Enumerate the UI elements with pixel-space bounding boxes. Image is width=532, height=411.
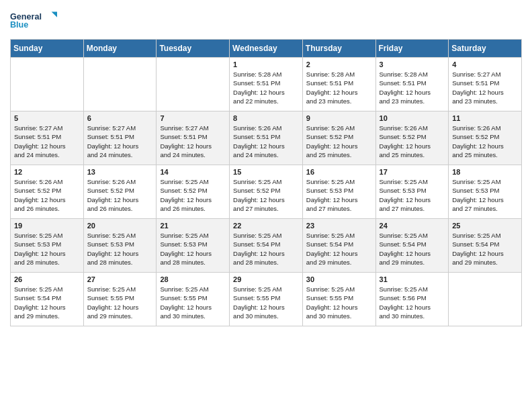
day-number: 24 <box>380 222 445 230</box>
day-number: 11 <box>452 114 518 122</box>
calendar-cell: 4Sunrise: 5:27 AMSunset: 5:51 PMDaylight… <box>449 58 522 111</box>
calendar-cell: 18Sunrise: 5:25 AMSunset: 5:53 PMDayligh… <box>449 165 522 219</box>
day-info: Sunrise: 5:25 AMSunset: 5:56 PMDaylight:… <box>380 285 431 320</box>
day-number: 17 <box>380 168 445 176</box>
day-number: 13 <box>87 168 153 176</box>
day-info: Sunrise: 5:26 AMSunset: 5:52 PMDaylight:… <box>14 178 66 212</box>
calendar-cell: 8Sunrise: 5:26 AMSunset: 5:51 PMDaylight… <box>230 111 303 165</box>
day-number: 9 <box>306 114 372 122</box>
day-info: Sunrise: 5:25 AMSunset: 5:55 PMDaylight:… <box>87 285 139 320</box>
calendar-cell: 23Sunrise: 5:25 AMSunset: 5:54 PMDayligh… <box>302 219 375 273</box>
calendar-table: SundayMondayTuesdayWednesdayThursdayFrid… <box>10 39 522 326</box>
calendar-cell: 11Sunrise: 5:26 AMSunset: 5:52 PMDayligh… <box>449 111 522 165</box>
day-number: 22 <box>233 222 299 230</box>
day-info: Sunrise: 5:27 AMSunset: 5:51 PMDaylight:… <box>14 124 66 158</box>
calendar-week-row: 26Sunrise: 5:25 AMSunset: 5:54 PMDayligh… <box>11 273 522 326</box>
day-info: Sunrise: 5:25 AMSunset: 5:55 PMDaylight:… <box>233 285 285 320</box>
day-number: 7 <box>160 114 226 122</box>
calendar-cell <box>449 273 522 326</box>
calendar-header-row: SundayMondayTuesdayWednesdayThursdayFrid… <box>11 40 522 58</box>
calendar-cell: 13Sunrise: 5:26 AMSunset: 5:52 PMDayligh… <box>83 165 157 219</box>
weekday-header: Sunday <box>11 40 84 58</box>
calendar-cell: 25Sunrise: 5:25 AMSunset: 5:54 PMDayligh… <box>449 219 522 273</box>
calendar-cell: 29Sunrise: 5:25 AMSunset: 5:55 PMDayligh… <box>230 273 303 326</box>
day-number: 8 <box>233 114 299 122</box>
day-info: Sunrise: 5:25 AMSunset: 5:55 PMDaylight:… <box>306 285 358 320</box>
calendar-cell: 30Sunrise: 5:25 AMSunset: 5:55 PMDayligh… <box>302 273 375 326</box>
day-info: Sunrise: 5:25 AMSunset: 5:53 PMDaylight:… <box>452 178 504 212</box>
day-info: Sunrise: 5:25 AMSunset: 5:54 PMDaylight:… <box>380 232 431 266</box>
calendar-cell: 21Sunrise: 5:25 AMSunset: 5:53 PMDayligh… <box>157 219 230 273</box>
logo: General Blue <box>10 7 57 34</box>
day-number: 5 <box>14 114 80 122</box>
calendar-cell: 31Sunrise: 5:25 AMSunset: 5:56 PMDayligh… <box>375 273 449 326</box>
calendar-cell: 12Sunrise: 5:26 AMSunset: 5:52 PMDayligh… <box>11 165 84 219</box>
day-number: 10 <box>380 114 445 122</box>
calendar-cell: 22Sunrise: 5:25 AMSunset: 5:54 PMDayligh… <box>230 219 303 273</box>
day-number: 3 <box>380 60 445 68</box>
calendar-week-row: 19Sunrise: 5:25 AMSunset: 5:53 PMDayligh… <box>11 219 522 273</box>
calendar-cell: 1Sunrise: 5:28 AMSunset: 5:51 PMDaylight… <box>230 58 303 111</box>
calendar-cell: 14Sunrise: 5:25 AMSunset: 5:52 PMDayligh… <box>157 165 230 219</box>
calendar-week-row: 12Sunrise: 5:26 AMSunset: 5:52 PMDayligh… <box>11 165 522 219</box>
day-info: Sunrise: 5:27 AMSunset: 5:51 PMDaylight:… <box>160 124 212 158</box>
weekday-header: Thursday <box>302 40 375 58</box>
weekday-header: Monday <box>83 40 157 58</box>
day-info: Sunrise: 5:26 AMSunset: 5:51 PMDaylight:… <box>233 124 285 158</box>
day-info: Sunrise: 5:28 AMSunset: 5:51 PMDaylight:… <box>306 71 358 105</box>
day-number: 18 <box>452 168 518 176</box>
day-number: 23 <box>306 222 372 230</box>
day-number: 26 <box>14 275 80 283</box>
day-number: 6 <box>87 114 153 122</box>
day-info: Sunrise: 5:25 AMSunset: 5:54 PMDaylight:… <box>233 232 285 266</box>
day-info: Sunrise: 5:25 AMSunset: 5:54 PMDaylight:… <box>452 232 504 266</box>
calendar-cell: 15Sunrise: 5:25 AMSunset: 5:52 PMDayligh… <box>230 165 303 219</box>
svg-text:General: General <box>10 12 42 21</box>
day-info: Sunrise: 5:26 AMSunset: 5:52 PMDaylight:… <box>87 178 139 212</box>
calendar-cell: 9Sunrise: 5:26 AMSunset: 5:52 PMDaylight… <box>302 111 375 165</box>
day-number: 4 <box>452 60 518 68</box>
calendar-body: 1Sunrise: 5:28 AMSunset: 5:51 PMDaylight… <box>11 58 522 326</box>
calendar-cell: 16Sunrise: 5:25 AMSunset: 5:53 PMDayligh… <box>302 165 375 219</box>
day-number: 12 <box>14 168 80 176</box>
calendar-week-row: 5Sunrise: 5:27 AMSunset: 5:51 PMDaylight… <box>11 111 522 165</box>
svg-marker-2 <box>52 11 57 17</box>
day-info: Sunrise: 5:25 AMSunset: 5:52 PMDaylight:… <box>160 178 212 212</box>
day-number: 1 <box>233 60 299 68</box>
calendar-cell: 17Sunrise: 5:25 AMSunset: 5:53 PMDayligh… <box>375 165 449 219</box>
day-number: 31 <box>380 275 445 283</box>
calendar-cell: 6Sunrise: 5:27 AMSunset: 5:51 PMDaylight… <box>83 111 157 165</box>
day-info: Sunrise: 5:27 AMSunset: 5:51 PMDaylight:… <box>452 71 504 105</box>
day-info: Sunrise: 5:26 AMSunset: 5:52 PMDaylight:… <box>306 124 358 158</box>
calendar-cell: 2Sunrise: 5:28 AMSunset: 5:51 PMDaylight… <box>302 58 375 111</box>
calendar-cell: 3Sunrise: 5:28 AMSunset: 5:51 PMDaylight… <box>375 58 449 111</box>
day-info: Sunrise: 5:25 AMSunset: 5:52 PMDaylight:… <box>233 178 285 212</box>
weekday-header: Wednesday <box>230 40 303 58</box>
calendar-cell: 24Sunrise: 5:25 AMSunset: 5:54 PMDayligh… <box>375 219 449 273</box>
weekday-header: Saturday <box>449 40 522 58</box>
day-number: 21 <box>160 222 226 230</box>
day-info: Sunrise: 5:25 AMSunset: 5:53 PMDaylight:… <box>380 178 431 212</box>
day-info: Sunrise: 5:25 AMSunset: 5:54 PMDaylight:… <box>306 232 358 266</box>
calendar-cell: 26Sunrise: 5:25 AMSunset: 5:54 PMDayligh… <box>11 273 84 326</box>
day-info: Sunrise: 5:25 AMSunset: 5:53 PMDaylight:… <box>306 178 358 212</box>
day-info: Sunrise: 5:25 AMSunset: 5:53 PMDaylight:… <box>160 232 212 266</box>
day-number: 2 <box>306 60 372 68</box>
day-number: 16 <box>306 168 372 176</box>
calendar-week-row: 1Sunrise: 5:28 AMSunset: 5:51 PMDaylight… <box>11 58 522 111</box>
day-info: Sunrise: 5:27 AMSunset: 5:51 PMDaylight:… <box>87 124 139 158</box>
calendar-cell: 28Sunrise: 5:25 AMSunset: 5:55 PMDayligh… <box>157 273 230 326</box>
day-info: Sunrise: 5:28 AMSunset: 5:51 PMDaylight:… <box>380 71 431 105</box>
day-number: 27 <box>87 275 153 283</box>
calendar-cell: 20Sunrise: 5:25 AMSunset: 5:53 PMDayligh… <box>83 219 157 273</box>
svg-text:Blue: Blue <box>10 20 28 30</box>
day-number: 28 <box>160 275 226 283</box>
day-info: Sunrise: 5:26 AMSunset: 5:52 PMDaylight:… <box>380 124 431 158</box>
calendar-cell: 10Sunrise: 5:26 AMSunset: 5:52 PMDayligh… <box>375 111 449 165</box>
calendar-header: General Blue <box>10 7 522 34</box>
calendar-cell <box>11 58 84 111</box>
day-number: 29 <box>233 275 299 283</box>
calendar-cell: 19Sunrise: 5:25 AMSunset: 5:53 PMDayligh… <box>11 219 84 273</box>
weekday-header: Tuesday <box>157 40 230 58</box>
day-info: Sunrise: 5:28 AMSunset: 5:51 PMDaylight:… <box>233 71 285 105</box>
